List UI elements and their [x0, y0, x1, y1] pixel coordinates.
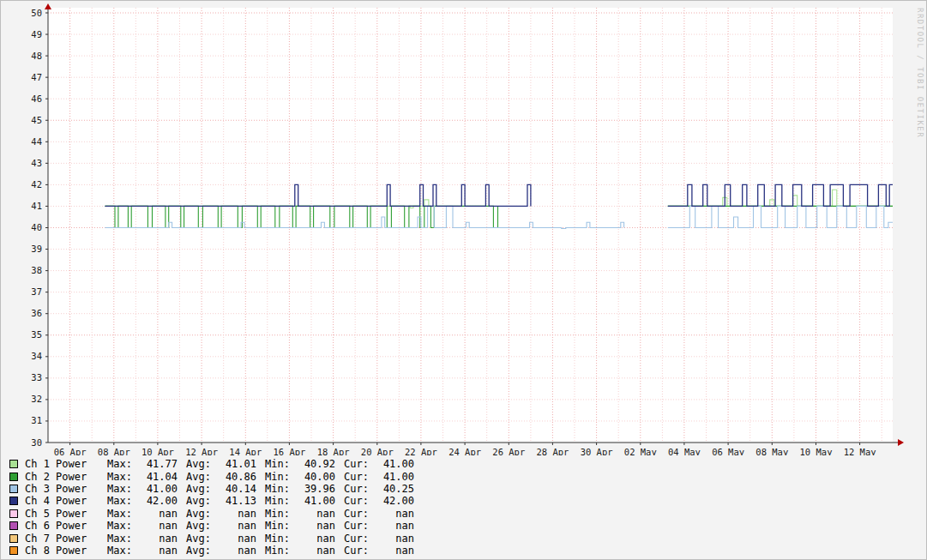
legend-stat-key: Cur:	[344, 533, 375, 545]
y-axis-label: 46	[31, 93, 42, 104]
legend-stat-value: 41.00	[375, 471, 414, 483]
legend-swatch-ch-5-power	[9, 509, 18, 518]
legend-row-ch-2-power: Ch 2 PowerMax:41.04Avg:40.86Min:40.00Cur…	[9, 470, 414, 482]
legend-stat-value: 41.00	[138, 483, 178, 495]
legend-swatch-ch-3-power	[9, 485, 18, 493]
legend-stat-value: nan	[138, 520, 178, 532]
y-axis-label: 47	[31, 72, 42, 82]
legend-stat-key: Avg:	[186, 508, 217, 520]
legend-row-ch-3-power: Ch 3 PowerMax:41.00Avg:40.14Min:39.96Cur…	[9, 483, 414, 495]
legend-stat-value: nan	[138, 545, 178, 557]
x-axis-label: 12 May	[844, 447, 876, 455]
x-axis-label: 02 May	[624, 447, 657, 455]
legend-stat-value: 40.00	[296, 471, 335, 483]
legend-stat-key: Min:	[265, 471, 296, 483]
legend-stat-value: nan	[217, 533, 256, 545]
legend-series-name: Ch 5 Power	[25, 508, 99, 520]
legend-stat-key: Avg:	[186, 545, 217, 557]
legend-stat-value: 40.25	[375, 483, 414, 495]
legend-stat-value: 42.00	[138, 495, 178, 507]
legend-stat-key: Min:	[265, 508, 296, 520]
power-chart-canvas: 3031323334353637383940414243444546474849…	[1, 1, 927, 455]
x-axis-label: 24 Apr	[448, 447, 481, 455]
legend-stat-value: nan	[296, 533, 335, 545]
legend-stat-value: 41.01	[217, 458, 256, 470]
legend-stat-key: Min:	[265, 520, 296, 532]
legend-stat-value: nan	[375, 520, 414, 532]
y-axis-label: 31	[31, 415, 42, 425]
legend-row-ch-5-power: Ch 5 PowerMax:nanAvg:nanMin:nanCur:nan	[9, 508, 414, 520]
legend-stat-value: 41.00	[296, 495, 335, 507]
x-axis-label: 16 Apr	[273, 447, 305, 455]
rrdtool-graph: 3031323334353637383940414243444546474849…	[0, 0, 927, 560]
y-axis-label: 30	[31, 437, 42, 448]
y-axis-arrow-icon	[45, 3, 51, 9]
x-axis-arrow-icon	[898, 439, 904, 446]
legend-stat-key: Avg:	[186, 483, 217, 495]
legend-swatch-ch-8-power	[9, 546, 18, 555]
y-axis-label: 36	[31, 308, 42, 318]
x-axis-label: 08 Apr	[98, 447, 130, 455]
x-axis-label: 14 Apr	[229, 447, 262, 455]
legend-series-name: Ch 4 Power	[25, 495, 99, 507]
y-axis-label: 35	[31, 329, 42, 340]
y-axis-label: 33	[31, 372, 42, 382]
legend-row-ch-8-power: Ch 8 PowerMax:nanAvg:nanMin:nanCur:nan	[9, 545, 414, 557]
legend-stat-value: nan	[296, 508, 335, 520]
legend-stat-key: Avg:	[186, 458, 217, 470]
y-axis-label: 50	[31, 8, 42, 18]
y-axis-label: 48	[31, 51, 42, 61]
legend-stat-key: Max:	[107, 508, 138, 520]
x-axis-label: 28 Apr	[536, 447, 569, 455]
y-axis-label: 32	[31, 394, 42, 404]
y-axis-label: 38	[31, 265, 42, 275]
legend-stat-key: Min:	[265, 483, 296, 495]
legend-stat-value: nan	[375, 533, 414, 545]
x-axis-label: 08 May	[755, 447, 788, 455]
legend-stat-value: 41.00	[375, 458, 414, 470]
y-axis-label: 42	[31, 179, 42, 190]
legend-swatch-ch-1-power	[9, 460, 18, 468]
x-axis-label: 06 Apr	[54, 447, 87, 455]
legend-stat-value: 41.04	[138, 471, 178, 483]
legend-stat-value: nan	[217, 508, 256, 520]
plot-area	[48, 8, 893, 443]
legend-swatch-ch-2-power	[9, 473, 18, 481]
x-axis-label: 04 May	[668, 447, 701, 455]
legend-stat-value: 40.14	[217, 483, 256, 495]
legend-swatch-ch-7-power	[9, 534, 18, 543]
legend-stat-key: Cur:	[344, 520, 375, 532]
legend-stat-value: 40.86	[217, 471, 256, 483]
y-axis-label: 39	[31, 244, 42, 254]
x-axis-label: 10 May	[800, 447, 833, 455]
legend-stat-value: nan	[375, 508, 414, 520]
legend-series-name: Ch 6 Power	[25, 520, 99, 532]
y-axis-label: 49	[31, 29, 42, 39]
legend-swatch-ch-4-power	[9, 497, 18, 505]
x-axis-label: 30 Apr	[581, 447, 613, 455]
x-axis-label: 20 Apr	[361, 447, 394, 455]
legend-stat-key: Min:	[265, 533, 296, 545]
legend-stat-value: nan	[375, 545, 414, 557]
legend-stat-value: 39.96	[296, 483, 335, 495]
y-axis-label: 45	[31, 115, 42, 125]
legend-stat-key: Max:	[107, 520, 138, 532]
legend-stat-value: 41.13	[217, 495, 256, 507]
legend-stat-key: Max:	[107, 471, 138, 483]
legend-row-ch-1-power: Ch 1 PowerMax:41.77Avg:41.01Min:40.92Cur…	[9, 458, 414, 470]
legend-stat-key: Max:	[107, 458, 138, 470]
legend-stat-value: 40.92	[296, 458, 335, 470]
legend-stat-key: Cur:	[344, 483, 375, 495]
legend-stat-value: nan	[217, 520, 256, 532]
legend-stat-key: Max:	[107, 495, 138, 507]
legend-series-name: Ch 1 Power	[25, 458, 99, 470]
legend-stat-key: Max:	[107, 533, 138, 545]
legend-row-ch-7-power: Ch 7 PowerMax:nanAvg:nanMin:nanCur:nan	[9, 532, 414, 544]
rrdtool-watermark: RRDTOOL / TOBI OETIKER	[916, 8, 924, 138]
legend-stat-key: Max:	[107, 545, 138, 557]
y-axis-label: 34	[31, 351, 42, 361]
legend-series-name: Ch 7 Power	[25, 533, 99, 545]
legend-stat-key: Cur:	[344, 545, 375, 557]
legend-stat-key: Avg:	[186, 520, 217, 532]
legend-stat-key: Cur:	[344, 458, 375, 470]
